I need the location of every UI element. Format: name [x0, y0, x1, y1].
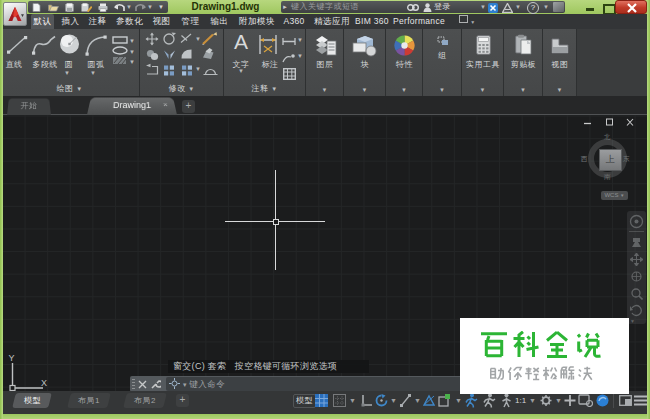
- svg-text:X: X: [41, 378, 47, 388]
- svg-text:▼: ▼: [129, 38, 134, 44]
- svg-text:▼: ▼: [129, 49, 134, 55]
- svg-text:▼: ▼: [129, 59, 134, 65]
- svg-text:Y: Y: [9, 353, 15, 363]
